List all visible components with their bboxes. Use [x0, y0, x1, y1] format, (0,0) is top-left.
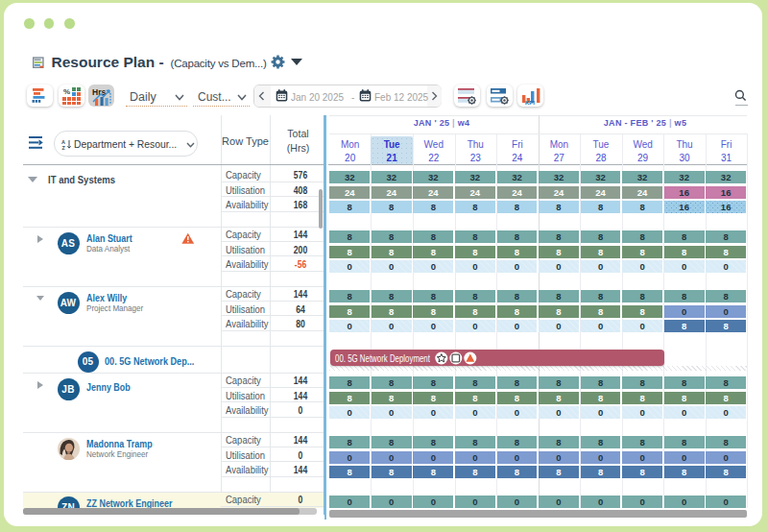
svg-text:Z: Z	[61, 144, 65, 150]
svg-text:%: %	[63, 87, 70, 96]
svg-text:KPI: KPI	[525, 100, 535, 106]
